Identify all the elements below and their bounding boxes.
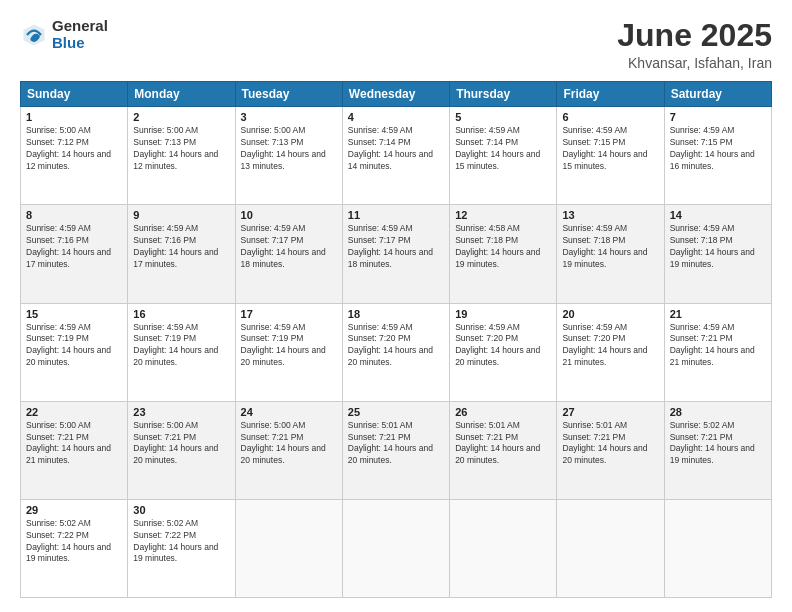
- cell-text: Sunrise: 5:02 AMSunset: 7:22 PMDaylight:…: [133, 518, 218, 564]
- day-number: 30: [133, 504, 229, 516]
- calendar-table: Sunday Monday Tuesday Wednesday Thursday…: [20, 81, 772, 598]
- day-cell-7: 7Sunrise: 4:59 AMSunset: 7:15 PMDaylight…: [664, 107, 771, 205]
- day-number: 5: [455, 111, 551, 123]
- day-cell-19: 19Sunrise: 4:59 AMSunset: 7:20 PMDayligh…: [450, 303, 557, 401]
- cell-text: Sunrise: 5:01 AMSunset: 7:21 PMDaylight:…: [455, 420, 540, 466]
- day-cell-22: 22Sunrise: 5:00 AMSunset: 7:21 PMDayligh…: [21, 401, 128, 499]
- day-cell-13: 13Sunrise: 4:59 AMSunset: 7:18 PMDayligh…: [557, 205, 664, 303]
- day-number: 29: [26, 504, 122, 516]
- cell-text: Sunrise: 4:59 AMSunset: 7:17 PMDaylight:…: [348, 223, 433, 269]
- day-cell-25: 25Sunrise: 5:01 AMSunset: 7:21 PMDayligh…: [342, 401, 449, 499]
- day-cell-4: 4Sunrise: 4:59 AMSunset: 7:14 PMDaylight…: [342, 107, 449, 205]
- header-thursday: Thursday: [450, 82, 557, 107]
- week-row-4: 22Sunrise: 5:00 AMSunset: 7:21 PMDayligh…: [21, 401, 772, 499]
- day-number: 11: [348, 209, 444, 221]
- logo-blue: Blue: [52, 35, 108, 52]
- cell-text: Sunrise: 5:00 AMSunset: 7:21 PMDaylight:…: [26, 420, 111, 466]
- cell-text: Sunrise: 5:00 AMSunset: 7:13 PMDaylight:…: [241, 125, 326, 171]
- day-cell-6: 6Sunrise: 4:59 AMSunset: 7:15 PMDaylight…: [557, 107, 664, 205]
- week-row-2: 8Sunrise: 4:59 AMSunset: 7:16 PMDaylight…: [21, 205, 772, 303]
- day-number: 15: [26, 308, 122, 320]
- day-number: 1: [26, 111, 122, 123]
- week-row-1: 1Sunrise: 5:00 AMSunset: 7:12 PMDaylight…: [21, 107, 772, 205]
- day-cell-26: 26Sunrise: 5:01 AMSunset: 7:21 PMDayligh…: [450, 401, 557, 499]
- day-cell-11: 11Sunrise: 4:59 AMSunset: 7:17 PMDayligh…: [342, 205, 449, 303]
- page: General Blue June 2025 Khvansar, Isfahan…: [0, 0, 792, 612]
- cell-text: Sunrise: 5:00 AMSunset: 7:21 PMDaylight:…: [133, 420, 218, 466]
- day-cell-30: 30Sunrise: 5:02 AMSunset: 7:22 PMDayligh…: [128, 499, 235, 597]
- day-number: 19: [455, 308, 551, 320]
- day-number: 20: [562, 308, 658, 320]
- day-number: 25: [348, 406, 444, 418]
- cell-text: Sunrise: 4:59 AMSunset: 7:18 PMDaylight:…: [670, 223, 755, 269]
- day-cell-2: 2Sunrise: 5:00 AMSunset: 7:13 PMDaylight…: [128, 107, 235, 205]
- day-cell-18: 18Sunrise: 4:59 AMSunset: 7:20 PMDayligh…: [342, 303, 449, 401]
- day-number: 22: [26, 406, 122, 418]
- day-number: 13: [562, 209, 658, 221]
- empty-cell: [664, 499, 771, 597]
- cell-text: Sunrise: 4:59 AMSunset: 7:19 PMDaylight:…: [26, 322, 111, 368]
- day-number: 21: [670, 308, 766, 320]
- day-number: 8: [26, 209, 122, 221]
- day-number: 2: [133, 111, 229, 123]
- day-cell-23: 23Sunrise: 5:00 AMSunset: 7:21 PMDayligh…: [128, 401, 235, 499]
- cell-text: Sunrise: 4:59 AMSunset: 7:18 PMDaylight:…: [562, 223, 647, 269]
- header: General Blue June 2025 Khvansar, Isfahan…: [20, 18, 772, 71]
- day-cell-12: 12Sunrise: 4:58 AMSunset: 7:18 PMDayligh…: [450, 205, 557, 303]
- calendar-title: June 2025: [617, 18, 772, 53]
- day-cell-27: 27Sunrise: 5:01 AMSunset: 7:21 PMDayligh…: [557, 401, 664, 499]
- day-number: 26: [455, 406, 551, 418]
- day-number: 24: [241, 406, 337, 418]
- header-sunday: Sunday: [21, 82, 128, 107]
- day-cell-17: 17Sunrise: 4:59 AMSunset: 7:19 PMDayligh…: [235, 303, 342, 401]
- day-number: 3: [241, 111, 337, 123]
- cell-text: Sunrise: 4:59 AMSunset: 7:20 PMDaylight:…: [348, 322, 433, 368]
- title-area: June 2025 Khvansar, Isfahan, Iran: [617, 18, 772, 71]
- day-cell-29: 29Sunrise: 5:02 AMSunset: 7:22 PMDayligh…: [21, 499, 128, 597]
- cell-text: Sunrise: 4:59 AMSunset: 7:21 PMDaylight:…: [670, 322, 755, 368]
- cell-text: Sunrise: 5:00 AMSunset: 7:13 PMDaylight:…: [133, 125, 218, 171]
- day-cell-21: 21Sunrise: 4:59 AMSunset: 7:21 PMDayligh…: [664, 303, 771, 401]
- header-monday: Monday: [128, 82, 235, 107]
- day-number: 14: [670, 209, 766, 221]
- day-number: 16: [133, 308, 229, 320]
- day-number: 27: [562, 406, 658, 418]
- header-row: Sunday Monday Tuesday Wednesday Thursday…: [21, 82, 772, 107]
- logo: General Blue: [20, 18, 108, 51]
- cell-text: Sunrise: 4:59 AMSunset: 7:16 PMDaylight:…: [133, 223, 218, 269]
- week-row-3: 15Sunrise: 4:59 AMSunset: 7:19 PMDayligh…: [21, 303, 772, 401]
- cell-text: Sunrise: 5:02 AMSunset: 7:21 PMDaylight:…: [670, 420, 755, 466]
- cell-text: Sunrise: 5:02 AMSunset: 7:22 PMDaylight:…: [26, 518, 111, 564]
- cell-text: Sunrise: 4:59 AMSunset: 7:16 PMDaylight:…: [26, 223, 111, 269]
- calendar-subtitle: Khvansar, Isfahan, Iran: [617, 55, 772, 71]
- day-cell-24: 24Sunrise: 5:00 AMSunset: 7:21 PMDayligh…: [235, 401, 342, 499]
- day-number: 6: [562, 111, 658, 123]
- logo-icon: [20, 21, 48, 49]
- header-friday: Friday: [557, 82, 664, 107]
- empty-cell: [450, 499, 557, 597]
- cell-text: Sunrise: 5:00 AMSunset: 7:21 PMDaylight:…: [241, 420, 326, 466]
- day-cell-15: 15Sunrise: 4:59 AMSunset: 7:19 PMDayligh…: [21, 303, 128, 401]
- day-number: 18: [348, 308, 444, 320]
- cell-text: Sunrise: 4:59 AMSunset: 7:20 PMDaylight:…: [562, 322, 647, 368]
- day-number: 23: [133, 406, 229, 418]
- cell-text: Sunrise: 4:59 AMSunset: 7:14 PMDaylight:…: [348, 125, 433, 171]
- day-cell-9: 9Sunrise: 4:59 AMSunset: 7:16 PMDaylight…: [128, 205, 235, 303]
- day-number: 7: [670, 111, 766, 123]
- day-cell-1: 1Sunrise: 5:00 AMSunset: 7:12 PMDaylight…: [21, 107, 128, 205]
- day-cell-3: 3Sunrise: 5:00 AMSunset: 7:13 PMDaylight…: [235, 107, 342, 205]
- header-wednesday: Wednesday: [342, 82, 449, 107]
- day-number: 9: [133, 209, 229, 221]
- cell-text: Sunrise: 4:59 AMSunset: 7:17 PMDaylight:…: [241, 223, 326, 269]
- header-saturday: Saturday: [664, 82, 771, 107]
- day-number: 12: [455, 209, 551, 221]
- cell-text: Sunrise: 5:01 AMSunset: 7:21 PMDaylight:…: [562, 420, 647, 466]
- day-cell-5: 5Sunrise: 4:59 AMSunset: 7:14 PMDaylight…: [450, 107, 557, 205]
- cell-text: Sunrise: 4:59 AMSunset: 7:15 PMDaylight:…: [670, 125, 755, 171]
- week-row-5: 29Sunrise: 5:02 AMSunset: 7:22 PMDayligh…: [21, 499, 772, 597]
- cell-text: Sunrise: 4:59 AMSunset: 7:19 PMDaylight:…: [133, 322, 218, 368]
- logo-text: General Blue: [52, 18, 108, 51]
- day-number: 10: [241, 209, 337, 221]
- cell-text: Sunrise: 5:01 AMSunset: 7:21 PMDaylight:…: [348, 420, 433, 466]
- cell-text: Sunrise: 4:58 AMSunset: 7:18 PMDaylight:…: [455, 223, 540, 269]
